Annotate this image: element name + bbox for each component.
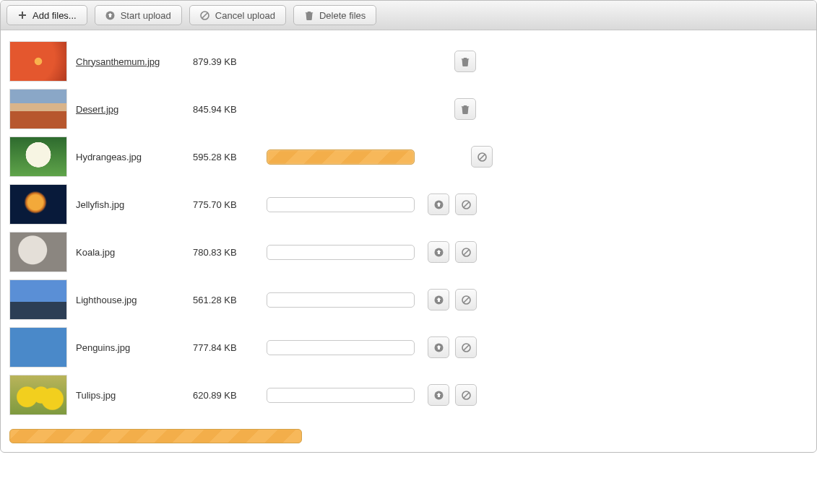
cancel-circle-icon [462,200,471,209]
row-cancel-button[interactable] [455,384,477,406]
upload-arrow-icon [434,391,444,400]
file-thumbnail [9,232,67,272]
upload-panel: Add files... Start upload Cancel upload … [0,0,817,453]
file-size: 775.70 KB [193,199,258,210]
trash-icon [461,57,470,66]
file-size: 595.28 KB [193,152,258,162]
row-start-button[interactable] [428,241,449,263]
svg-line-4 [480,155,485,160]
file-thumbnail [9,279,67,320]
file-name: Lighthouse.jpg [76,295,184,305]
file-name: Jellyfish.jpg [76,199,184,210]
row-start-button[interactable] [428,194,449,215]
file-size: 777.84 KB [193,342,258,353]
file-name: Hydrangeas.jpg [76,152,184,162]
row-cancel-button[interactable] [455,194,477,215]
row-delete-button[interactable] [454,51,476,72]
file-row: Koala.jpg 780.83 KB [9,228,808,276]
toolbar: Add files... Start upload Cancel upload … [1,1,816,30]
svg-line-10 [464,250,469,255]
file-size: 879.39 KB [193,56,258,67]
file-name: Penguins.jpg [76,342,184,353]
file-row: Desert.jpg 845.94 KB [9,85,808,133]
file-thumbnail [9,89,67,129]
file-thumbnail [9,327,67,368]
file-thumbnail [9,136,67,177]
row-progress-bar [267,340,415,355]
file-list: Chrysanthemum.jpg 879.39 KB Desert.jpg 8… [1,30,816,425]
start-upload-label: Start upload [121,11,171,20]
row-progress-bar [267,197,415,212]
overall-progress-bar [9,429,302,443]
cancel-circle-icon [462,248,471,257]
cancel-circle-icon [200,10,210,20]
row-cancel-button[interactable] [455,241,477,263]
cancel-circle-icon [462,391,471,400]
cancel-circle-icon [462,343,471,352]
file-row: Jellyfish.jpg 775.70 KB [9,181,808,228]
delete-files-label: Delete files [319,11,366,20]
cancel-circle-icon [477,152,487,162]
file-row: Hydrangeas.jpg 595.28 KB [9,133,808,181]
svg-line-19 [464,393,469,398]
cancel-circle-icon [462,295,471,305]
upload-arrow-icon [434,343,444,352]
row-progress-bar [267,245,415,260]
svg-line-16 [464,345,469,350]
delete-files-button[interactable]: Delete files [293,5,376,25]
upload-arrow-icon [434,248,444,257]
file-row: Lighthouse.jpg 561.28 KB [9,276,808,323]
file-size: 780.83 KB [193,247,258,258]
row-delete-button[interactable] [454,98,476,120]
plus-icon [17,10,27,20]
file-row: Penguins.jpg 777.84 KB [9,323,808,371]
svg-line-2 [203,13,208,18]
row-progress-bar [267,149,415,165]
file-row: Tulips.jpg 620.89 KB [9,371,808,419]
row-cancel-button[interactable] [471,146,493,168]
file-size: 561.28 KB [193,295,258,305]
row-start-button[interactable] [428,336,449,358]
file-thumbnail [9,184,67,225]
file-thumbnail [9,41,67,82]
cancel-upload-label: Cancel upload [215,11,275,20]
file-row: Chrysanthemum.jpg 879.39 KB [9,38,808,85]
spacer [428,146,438,156]
row-progress-bar [267,388,415,403]
upload-arrow-icon [105,10,116,20]
file-size: 620.89 KB [193,390,258,401]
upload-arrow-icon [434,200,444,209]
add-files-label: Add files... [33,11,77,20]
upload-arrow-icon [434,295,444,305]
row-start-button[interactable] [428,289,449,310]
cancel-upload-button[interactable]: Cancel upload [189,5,286,25]
file-size: 845.94 KB [193,104,258,115]
file-thumbnail [9,375,67,415]
file-name-link[interactable]: Chrysanthemum.jpg [76,56,184,67]
row-progress-bar [267,292,415,308]
svg-line-7 [464,202,469,207]
add-files-button[interactable]: Add files... [7,5,87,25]
row-start-button[interactable] [428,384,449,406]
row-cancel-button[interactable] [455,289,477,310]
row-cancel-button[interactable] [455,336,477,358]
svg-line-13 [464,297,469,303]
file-name-link[interactable]: Desert.jpg [76,104,184,115]
start-upload-button[interactable]: Start upload [95,5,182,25]
trash-icon [304,10,314,20]
trash-icon [461,105,470,114]
file-name: Tulips.jpg [76,390,184,401]
file-name: Koala.jpg [76,247,184,258]
